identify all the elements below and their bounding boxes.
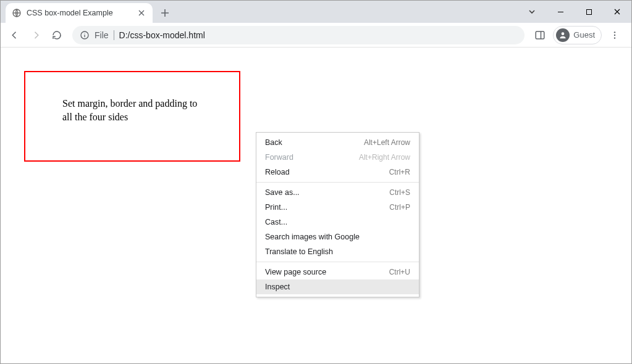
svg-rect-1 (586, 9, 591, 14)
ctx-shortcut: Alt+Left Arrow (364, 138, 410, 147)
avatar-icon (556, 28, 570, 42)
url-scheme: File (95, 30, 109, 40)
side-panel-button[interactable] (529, 25, 550, 46)
ctx-label: Cast... (265, 218, 287, 226)
globe-icon (12, 8, 22, 18)
ctx-cast[interactable]: Cast... (256, 215, 419, 230)
ctx-shortcut: Ctrl+S (389, 188, 410, 197)
svg-point-8 (614, 31, 615, 33)
tab-search-button[interactable] (518, 2, 546, 21)
ctx-translate[interactable]: Translate to English (256, 244, 419, 259)
new-tab-button[interactable] (156, 4, 174, 22)
svg-rect-5 (536, 31, 545, 39)
ctx-label: Save as... (265, 188, 300, 197)
ctx-search-images[interactable]: Search images with Google (256, 230, 419, 244)
close-window-button[interactable] (603, 2, 631, 21)
maximize-button[interactable] (575, 2, 603, 21)
svg-point-4 (84, 33, 85, 33)
ctx-separator (256, 262, 419, 262)
profile-chip[interactable]: Guest (553, 26, 602, 44)
ctx-print[interactable]: Print... Ctrl+P (256, 200, 419, 215)
toolbar: File D:/css-box-model.html Guest (1, 23, 631, 48)
ctx-label: Inspect (265, 283, 290, 291)
ctx-label: Search images with Google (265, 233, 360, 241)
ctx-inspect[interactable]: Inspect (256, 279, 419, 294)
url-path: D:/css-box-model.html (119, 30, 205, 40)
close-tab-button[interactable] (137, 8, 146, 18)
forward-button[interactable] (25, 25, 46, 46)
svg-point-10 (614, 37, 615, 38)
menu-button[interactable] (604, 25, 625, 46)
ctx-back[interactable]: Back Alt+Left Arrow (256, 135, 419, 150)
tab-title: CSS box-model Example (27, 9, 137, 17)
ctx-shortcut: Alt+Right Arrow (359, 153, 410, 162)
url-separator (114, 30, 114, 40)
demo-box: Set margin, border and padding to all th… (24, 71, 240, 162)
demo-box-text: Set margin, border and padding to all th… (62, 98, 197, 122)
reload-button[interactable] (46, 25, 67, 46)
address-bar[interactable]: File D:/css-box-model.html (72, 26, 525, 44)
back-button[interactable] (4, 25, 25, 46)
toolbar-right: Guest (529, 25, 628, 46)
minimize-button[interactable] (546, 2, 575, 21)
ctx-shortcut: Ctrl+R (389, 168, 410, 176)
ctx-label: Back (265, 138, 282, 147)
ctx-separator (256, 182, 419, 183)
ctx-label: Reload (265, 168, 290, 176)
tab-strip: CSS box-model Example (1, 1, 631, 23)
ctx-save-as[interactable]: Save as... Ctrl+S (256, 185, 419, 200)
ctx-label: Print... (265, 203, 287, 212)
ctx-reload[interactable]: Reload Ctrl+R (256, 165, 419, 180)
info-icon (80, 30, 90, 40)
ctx-label: Forward (265, 153, 293, 162)
ctx-view-source[interactable]: View page source Ctrl+U (256, 265, 419, 279)
ctx-label: View page source (265, 268, 326, 276)
ctx-shortcut: Ctrl+U (389, 268, 410, 276)
context-menu: Back Alt+Left Arrow Forward Alt+Right Ar… (256, 132, 419, 297)
window-controls (518, 1, 631, 23)
ctx-shortcut: Ctrl+P (389, 203, 410, 212)
profile-label: Guest (573, 30, 595, 39)
svg-point-7 (562, 32, 565, 35)
ctx-label: Translate to English (265, 247, 333, 256)
svg-point-9 (614, 34, 615, 35)
ctx-forward[interactable]: Forward Alt+Right Arrow (256, 150, 419, 165)
browser-tab[interactable]: CSS box-model Example (6, 3, 153, 23)
